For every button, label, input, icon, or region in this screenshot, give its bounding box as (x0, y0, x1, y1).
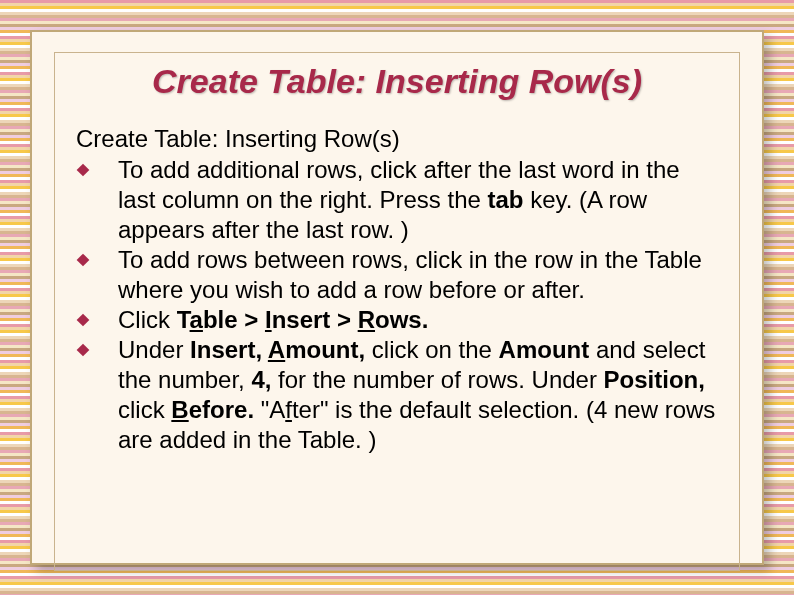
list-item-text: Under Insert, Amount, click on the Amoun… (118, 335, 722, 455)
list-item: Under Insert, Amount, click on the Amoun… (76, 335, 722, 455)
svg-rect-3 (77, 344, 90, 357)
slide-title: Create Table: Inserting Row(s) (72, 62, 722, 101)
list-item: To add additional rows, click after the … (76, 155, 722, 245)
diamond-bullet-icon (76, 305, 118, 327)
diamond-bullet-icon (76, 335, 118, 357)
bullet-list: To add additional rows, click after the … (72, 155, 722, 455)
list-item-text: To add additional rows, click after the … (118, 155, 722, 245)
list-item-text: To add rows between rows, click in the r… (118, 245, 722, 305)
list-item: Click Table > Insert > Rows. (76, 305, 722, 335)
diamond-bullet-icon (76, 245, 118, 267)
diamond-bullet-icon (76, 155, 118, 177)
list-item-text: Click Table > Insert > Rows. (118, 305, 722, 335)
list-item: To add rows between rows, click in the r… (76, 245, 722, 305)
svg-rect-2 (77, 314, 90, 327)
slide-card: Create Table: Inserting Row(s) Create Ta… (30, 30, 764, 565)
content-heading: Create Table: Inserting Row(s) (76, 125, 722, 153)
svg-rect-0 (77, 164, 90, 177)
svg-rect-1 (77, 254, 90, 267)
